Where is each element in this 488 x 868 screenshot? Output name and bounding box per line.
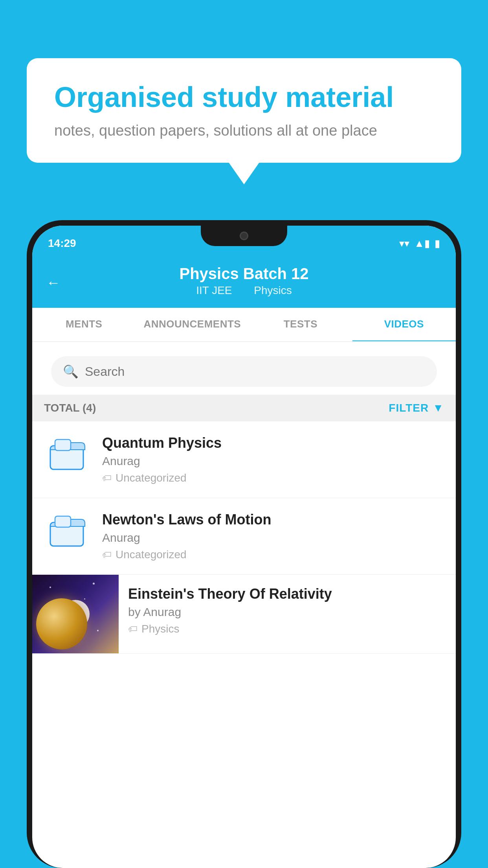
search-bar[interactable]: 🔍 [51,356,437,387]
video-title-3: Einstein's Theory Of Relativity [128,586,446,602]
filter-icon: ▼ [433,402,444,414]
signal-icon: ▲▮ [414,237,430,250]
video-tag-2: 🏷 Uncategorized [102,548,444,561]
video-info-2: Newton's Laws of Motion Anurag 🏷 Uncateg… [102,511,444,561]
video-thumb-2 [44,511,91,549]
filter-button[interactable]: FILTER ▼ [389,402,444,414]
video-thumb-1 [44,435,91,473]
battery-icon: ▮ [435,237,440,250]
folder-icon [49,511,86,549]
list-item[interactable]: Newton's Laws of Motion Anurag 🏷 Uncateg… [32,498,456,575]
video-list: Quantum Physics Anurag 🏷 Uncategorized [32,421,456,654]
tag-icon: 🏷 [102,549,112,560]
tag-icon: 🏷 [102,473,112,484]
camera [240,232,248,240]
svg-rect-3 [55,516,71,527]
tag-label-3: Physics [141,623,179,635]
app-header: ← Physics Batch 12 IIT JEE Physics [32,257,456,308]
wifi-icon: ▾▾ [399,237,409,250]
video-info-1: Quantum Physics Anurag 🏷 Uncategorized [102,435,444,484]
speech-bubble-subtitle: notes, question papers, solutions all at… [54,122,434,139]
speech-bubble-title: Organised study material [54,82,434,113]
video-author-3: by Anurag [128,605,446,619]
tab-announcements[interactable]: ANNOUNCEMENTS [136,308,249,341]
header-subtitle-physics: Physics [254,284,292,296]
search-input[interactable] [85,364,425,379]
tab-ments[interactable]: MENTS [32,308,136,341]
list-item[interactable]: Quantum Physics Anurag 🏷 Uncategorized [32,421,456,498]
phone-notch [201,226,287,246]
video-tag-3: 🏷 Physics [128,623,446,635]
list-item[interactable]: Einstein's Theory Of Relativity by Anura… [32,575,456,654]
total-count: TOTAL (4) [44,402,96,414]
phone-frame: 14:29 ▾▾ ▲▮ ▮ ← Physics Batch 12 IIT JEE… [27,220,461,868]
folder-icon [49,435,86,473]
speech-bubble-container: Organised study material notes, question… [27,58,461,163]
header-subtitle-iitjee: IIT JEE [196,284,232,296]
tab-tests[interactable]: TESTS [249,308,352,341]
video-info-3: Einstein's Theory Of Relativity by Anura… [119,575,456,646]
phone-screen: 14:29 ▾▾ ▲▮ ▮ ← Physics Batch 12 IIT JEE… [32,226,456,868]
header-subtitle: IIT JEE Physics [48,284,440,297]
svg-rect-1 [55,440,71,451]
video-author-1: Anurag [102,454,444,468]
status-icons: ▾▾ ▲▮ ▮ [399,237,440,250]
search-icon: 🔍 [63,364,79,379]
filter-bar: TOTAL (4) FILTER ▼ [32,395,456,421]
tag-icon: 🏷 [128,623,138,634]
header-title: Physics Batch 12 [48,265,440,283]
status-time: 14:29 [48,237,76,250]
video-author-2: Anurag [102,531,444,544]
video-title-2: Newton's Laws of Motion [102,511,444,528]
filter-label: FILTER [389,402,429,414]
back-button[interactable]: ← [46,274,61,291]
space-background [32,575,119,653]
tab-videos[interactable]: VIDEOS [352,308,456,342]
tag-label-2: Uncategorized [116,548,187,561]
video-tag-1: 🏷 Uncategorized [102,472,444,484]
planet [36,598,87,649]
video-thumbnail-3 [32,575,119,653]
tag-label-1: Uncategorized [116,472,187,484]
tabs-container: MENTS ANNOUNCEMENTS TESTS VIDEOS [32,308,456,342]
video-title-1: Quantum Physics [102,435,444,451]
speech-bubble: Organised study material notes, question… [27,58,461,163]
